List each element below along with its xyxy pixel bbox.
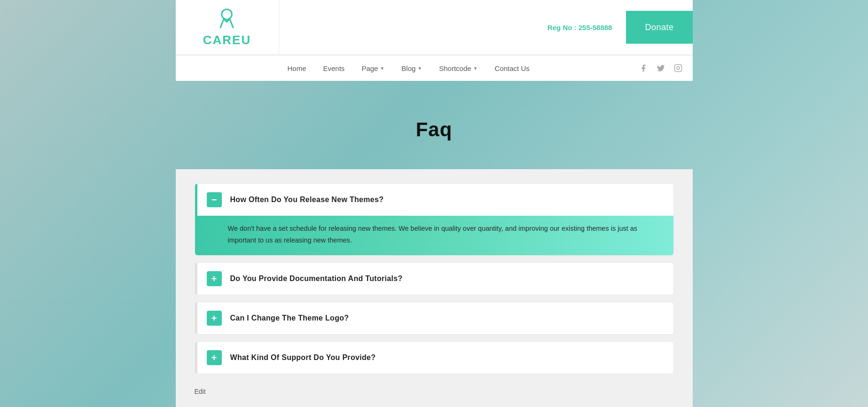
page-title: Faq [9,118,859,141]
nav-item-events[interactable]: Events [315,55,353,81]
instagram-icon[interactable] [673,63,683,73]
page-dropdown-arrow: ▼ [380,66,384,71]
twitter-icon[interactable] [656,63,666,73]
shortcode-dropdown-arrow: ▼ [473,66,478,71]
facebook-icon[interactable] [638,63,649,73]
page-wrapper: CAREU Reg No : 255-58888 Donate Home Eve… [0,0,868,407]
donate-button[interactable]: Donate [626,11,692,44]
faq-question-3: Can I Change The Theme Logo? [230,314,349,322]
faq-header-3[interactable]: + Can I Change The Theme Logo? [195,302,673,334]
faq-section: − How Often Do You Release New Themes? W… [176,169,693,407]
faq-item-3: + Can I Change The Theme Logo? [195,302,674,335]
hero-section: Faq [0,81,868,169]
faq-expand-icon-2: + [207,271,222,286]
faq-header-4[interactable]: + What Kind Of Support Do You Provide? [195,342,673,374]
nav-item-shortcode[interactable]: Shortcode ▼ [430,55,486,81]
edit-link[interactable]: Edit [195,388,206,395]
faq-collapse-icon-1: − [207,192,222,207]
faq-answer-1: We don't have a set schedule for releasi… [195,216,673,255]
faq-header-1[interactable]: − How Often Do You Release New Themes? [195,184,673,216]
faq-item-2: + Do You Provide Documentation And Tutor… [195,262,674,295]
nav-left: Home Events Page ▼ Blog ▼ Shortcode ▼ [279,55,538,81]
reg-number-value: 255-58888 [579,23,612,31]
nav-bar: Home Events Page ▼ Blog ▼ Shortcode ▼ [176,55,693,81]
nav-item-contact[interactable]: Contact Us [486,55,538,81]
logo-section: CAREU [176,0,279,55]
reg-donate-section: Reg No : 255-58888 Donate [279,0,693,55]
blog-dropdown-arrow: ▼ [417,66,422,71]
faq-question-1: How Often Do You Release New Themes? [230,196,384,204]
nav-item-blog[interactable]: Blog ▼ [393,55,430,81]
faq-header-2[interactable]: + Do You Provide Documentation And Tutor… [195,263,673,295]
faq-expand-icon-3: + [207,311,222,326]
logo-ribbon-icon [216,7,237,31]
faq-question-2: Do You Provide Documentation And Tutoria… [230,274,403,283]
nav-social [638,63,683,73]
header-card: CAREU Reg No : 255-58888 Donate Home Eve… [176,0,693,81]
nav-item-home[interactable]: Home [279,55,315,81]
svg-point-1 [677,67,680,70]
faq-item-4: + What Kind Of Support Do You Provide? [195,341,674,374]
reg-number: Reg No : 255-58888 [533,23,626,31]
faq-question-4: What Kind Of Support Do You Provide? [230,353,376,362]
svg-rect-0 [674,65,681,72]
top-bar: CAREU Reg No : 255-58888 Donate [176,0,693,55]
nav-item-page[interactable]: Page ▼ [353,55,393,81]
svg-point-2 [680,66,680,67]
reg-label: Reg No : [547,23,577,31]
faq-item-1: − How Often Do You Release New Themes? W… [195,183,674,256]
logo-text: CAREU [203,33,251,47]
faq-expand-icon-4: + [207,350,222,365]
